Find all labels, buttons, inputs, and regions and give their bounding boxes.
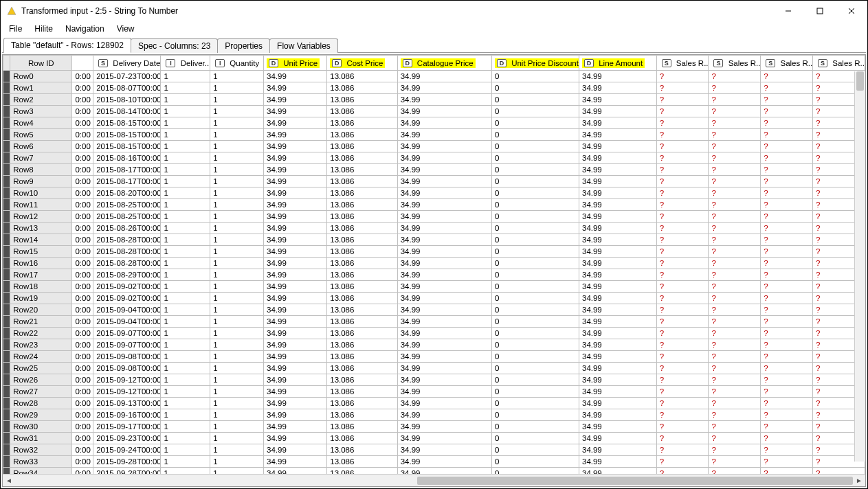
menu-navigation[interactable]: Navigation (60, 23, 110, 35)
type-badge-s-icon: S (713, 59, 723, 67)
table-row[interactable]: Row100:002015-08-20T00:001134.9913.08634… (3, 187, 865, 199)
table-row[interactable]: Row270:002015-09-12T00:001134.9913.08634… (3, 386, 865, 398)
scroll-right-icon[interactable]: ► (853, 477, 865, 484)
title-bar: Transformed input - 2:5 - String To Numb… (1, 1, 867, 21)
col-header-qty[interactable]: I Quantity (210, 56, 264, 71)
menu-file[interactable]: File (3, 23, 27, 35)
menu-view[interactable]: View (111, 23, 140, 35)
table-row[interactable]: Row320:002015-09-24T00:001134.9913.08634… (3, 444, 865, 456)
table-row[interactable]: Row30:002015-08-14T00:001134.9913.08634.… (3, 106, 865, 117)
table-row[interactable]: Row130:002015-08-26T00:001134.9913.08634… (3, 223, 865, 234)
col-header-deliver2[interactable]: I Deliver... (161, 56, 210, 71)
table-row[interactable]: Row50:002015-08-15T00:001134.9913.08634.… (3, 129, 865, 141)
table-row[interactable]: Row300:002015-09-17T00:001134.9913.08634… (3, 421, 865, 433)
table-row[interactable]: Row220:002015-09-07T00:001134.9913.08634… (3, 328, 865, 339)
rowid-cell: Row11 (10, 199, 72, 211)
rowid-cell: Row18 (10, 281, 72, 293)
table-row[interactable]: Row200:002015-09-04T00:001134.9913.08634… (3, 304, 865, 316)
vertical-scrollbar[interactable] (854, 71, 865, 462)
table-row[interactable]: Row330:002015-09-28T00:001134.9913.08634… (3, 456, 865, 468)
table-row[interactable]: Row160:002015-08-28T00:001134.9913.08634… (3, 258, 865, 269)
menu-hilite[interactable]: Hilite (29, 23, 58, 35)
col-header-disc[interactable]: D Unit Price Discount (491, 56, 579, 71)
scroll-left-icon[interactable]: ◄ (3, 477, 15, 484)
table-row[interactable]: Row140:002015-08-28T00:001134.9913.08634… (3, 234, 865, 246)
rowid-cell: Row34 (10, 468, 72, 475)
col-label: Unit Price (281, 59, 318, 67)
type-badge-s-icon: S (98, 59, 108, 67)
col-header-trunc[interactable] (72, 56, 93, 71)
table-row[interactable]: Row120:002015-08-25T00:001134.9913.08634… (3, 211, 865, 223)
table-row[interactable]: Row180:002015-09-02T00:001134.9913.08634… (3, 281, 865, 293)
type-badge-s-icon: S (662, 59, 671, 67)
table-row[interactable]: Row250:002015-09-08T00:001134.9913.08634… (3, 363, 865, 374)
table-row[interactable]: Row60:002015-08-15T00:001134.9913.08634.… (3, 141, 865, 152)
rowid-cell: Row10 (10, 187, 72, 199)
table-row[interactable]: Row170:002015-08-29T00:001134.9913.08634… (3, 269, 865, 281)
rowid-cell: Row28 (10, 398, 72, 409)
col-header-up[interactable]: D Unit Price (264, 56, 327, 71)
table-row[interactable]: Row80:002015-08-17T00:001134.9913.08634.… (3, 164, 865, 176)
col-header-la[interactable]: D Line Amount (579, 56, 656, 71)
table-row[interactable]: Row90:002015-08-17T00:001134.9913.08634.… (3, 176, 865, 187)
tab-1[interactable]: Spec - Columns: 23 (131, 38, 218, 53)
col-header-sr3[interactable]: S Sales R... (761, 56, 813, 71)
tab-2[interactable]: Properties (217, 38, 270, 53)
table-row[interactable]: Row10:002015-08-07T00:001134.9913.08634.… (3, 82, 865, 94)
table-row[interactable]: Row40:002015-08-15T00:001134.9913.08634.… (3, 117, 865, 129)
col-header-rowid[interactable]: Row ID (10, 56, 72, 71)
table-row[interactable]: Row20:002015-08-10T00:001134.9913.08634.… (3, 94, 865, 106)
app-window: Transformed input - 2:5 - String To Numb… (0, 0, 868, 489)
table-row[interactable]: Row260:002015-09-12T00:001134.9913.08634… (3, 374, 865, 386)
table-row[interactable]: Row290:002015-09-16T00:001134.9913.08634… (3, 409, 865, 421)
table-scroll[interactable]: Row IDS Delivery DateI Deliver...I Quant… (3, 55, 865, 474)
rowid-cell: Row0 (10, 71, 72, 82)
tab-3[interactable]: Flow Variables (269, 38, 338, 53)
minimize-button[interactable] (772, 1, 804, 21)
col-header-delivery[interactable]: S Delivery Date (93, 56, 161, 71)
vertical-scrollbar-thumb[interactable] (856, 71, 864, 91)
table-row[interactable]: Row110:002015-08-25T00:001134.9913.08634… (3, 199, 865, 211)
col-header-sr2[interactable]: S Sales R... (709, 56, 761, 71)
rowid-cell: Row22 (10, 328, 72, 339)
maximize-button[interactable] (804, 1, 836, 21)
rowid-cell: Row14 (10, 234, 72, 246)
col-label: Deliver... (178, 59, 210, 67)
table-row[interactable]: Row190:002015-09-02T00:001134.9913.08634… (3, 293, 865, 304)
rowid-cell: Row31 (10, 433, 72, 444)
col-label: Catalogue Price (415, 59, 474, 67)
rowid-cell: Row7 (10, 152, 72, 164)
svg-rect-1 (817, 8, 823, 14)
col-header-cp[interactable]: D Cost Price (327, 56, 397, 71)
horizontal-scrollbar[interactable]: ◄ ► (3, 474, 865, 486)
table-row[interactable]: Row70:002015-08-16T00:001134.9913.08634.… (3, 152, 865, 164)
rowid-cell: Row9 (10, 176, 72, 187)
table-row[interactable]: Row310:002015-09-23T00:001134.9913.08634… (3, 433, 865, 444)
horizontal-scrollbar-track[interactable] (15, 477, 853, 485)
rowid-cell: Row12 (10, 211, 72, 223)
tab-0[interactable]: Table "default" - Rows: 128902 (3, 38, 131, 53)
type-badge-i-icon: I (166, 59, 175, 67)
type-badge-d-icon: D (497, 59, 507, 67)
table-row[interactable]: Row230:002015-09-07T00:001134.9913.08634… (3, 339, 865, 351)
rowid-cell: Row33 (10, 456, 72, 468)
type-badge-s-icon: S (818, 59, 827, 67)
table-row[interactable]: Row280:002015-09-13T00:001134.9913.08634… (3, 398, 865, 409)
rowid-cell: Row2 (10, 94, 72, 106)
table-row[interactable]: Row00:002015-07-23T00:001134.9913.08634.… (3, 71, 865, 82)
table-row[interactable]: Row340:002015-09-28T00:001134.9913.08634… (3, 468, 865, 475)
close-button[interactable] (836, 1, 867, 21)
table-container: Row IDS Delivery DateI Deliver...I Quant… (2, 54, 866, 487)
horizontal-scrollbar-thumb[interactable] (417, 477, 853, 485)
col-header-cat[interactable]: D Catalogue Price (397, 56, 491, 71)
rowid-cell: Row21 (10, 316, 72, 328)
rowid-cell: Row8 (10, 164, 72, 176)
col-header-sr1[interactable]: S Sales R... (656, 56, 709, 71)
table-row[interactable]: Row240:002015-09-08T00:001134.9913.08634… (3, 351, 865, 363)
table-row[interactable]: Row150:002015-08-28T00:001134.9913.08634… (3, 246, 865, 258)
col-label: Delivery Date (111, 59, 160, 67)
table-row[interactable]: Row210:002015-09-04T00:001134.9913.08634… (3, 316, 865, 328)
rowid-cell: Row32 (10, 444, 72, 456)
col-header-sr4[interactable]: S Sales R... (813, 56, 865, 71)
type-badge-d-icon: D (332, 59, 342, 67)
